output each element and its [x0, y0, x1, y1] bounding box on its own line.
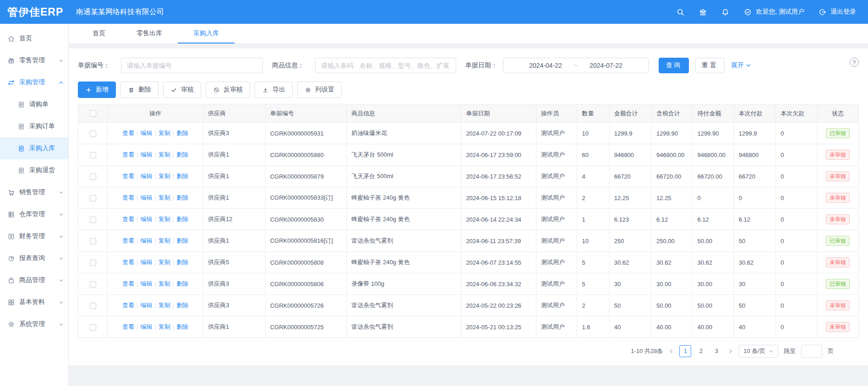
action-删除-link[interactable]: 删除	[176, 259, 188, 266]
action-复制-link[interactable]: 复制	[158, 237, 170, 244]
导出-button[interactable]: 导出	[255, 82, 293, 98]
action-查看-link[interactable]: 查看	[122, 194, 134, 201]
action-查看-link[interactable]: 查看	[122, 280, 134, 287]
date-start-value[interactable]: 2024-04-22	[529, 62, 562, 69]
page-size-select[interactable]: 10 条/页	[739, 345, 778, 358]
新增-button[interactable]: 新增	[78, 82, 116, 98]
goods-info-input[interactable]	[315, 58, 456, 73]
action-编辑-link[interactable]: 编辑	[140, 173, 152, 179]
action-查看-link[interactable]: 查看	[122, 130, 134, 136]
sidebar-item-采购管理[interactable]: 采购管理	[0, 71, 68, 93]
page-number-3[interactable]: 3	[710, 345, 722, 357]
action-删除-link[interactable]: 删除	[176, 323, 188, 330]
action-查看-link[interactable]: 查看	[122, 323, 134, 330]
search-icon[interactable]	[676, 8, 685, 16]
action-复制-link[interactable]: 复制	[158, 130, 170, 136]
sidebar-item-商品管理[interactable]: 商品管理	[0, 269, 68, 291]
row-checkbox-cell	[78, 273, 108, 295]
action-删除-link[interactable]: 删除	[176, 302, 188, 309]
action-复制-link[interactable]: 复制	[158, 280, 170, 287]
next-page-icon[interactable]	[728, 348, 733, 354]
sidebar-item-采购退货[interactable]: 采购退货	[0, 159, 68, 181]
sidebar-item-采购订单[interactable]: 采购订单	[0, 115, 68, 137]
row-checkbox[interactable]	[90, 174, 96, 180]
action-编辑-link[interactable]: 编辑	[140, 259, 152, 266]
action-删除-link[interactable]: 删除	[176, 130, 188, 136]
action-复制-link[interactable]: 复制	[158, 194, 170, 201]
action-查看-link[interactable]: 查看	[122, 237, 134, 244]
page-number-2[interactable]: 2	[695, 345, 707, 357]
page-tabbar: 首页零售出库采购入库	[69, 24, 868, 44]
page-size-value: 10 条/页	[743, 347, 765, 355]
prev-page-icon[interactable]	[668, 348, 674, 354]
jump-page-input[interactable]	[801, 345, 822, 358]
date-range-picker[interactable]: 2024-04-22 ~ 2024-07-22	[503, 58, 649, 73]
action-编辑-link[interactable]: 编辑	[140, 302, 152, 309]
action-查看-link[interactable]: 查看	[122, 259, 134, 266]
action-编辑-link[interactable]: 编辑	[140, 216, 152, 223]
sidebar-item-零售管理[interactable]: 零售管理	[0, 49, 68, 71]
action-复制-link[interactable]: 复制	[158, 323, 170, 330]
action-查看-link[interactable]: 查看	[122, 151, 134, 158]
sidebar-item-销售管理[interactable]: 销售管理	[0, 181, 68, 203]
sidebar-item-仓库管理[interactable]: 仓库管理	[0, 203, 68, 225]
sidebar-item-采购入库[interactable]: 采购入库	[0, 137, 68, 159]
action-复制-link[interactable]: 复制	[158, 216, 170, 223]
action-删除-link[interactable]: 删除	[176, 280, 188, 287]
select-all-checkbox[interactable]	[90, 110, 96, 117]
page-number-1[interactable]: 1	[679, 345, 691, 357]
sidebar-item-请购单[interactable]: 请购单	[0, 93, 68, 115]
action-删除-link[interactable]: 删除	[176, 237, 188, 244]
sidebar-item-基本资料[interactable]: 基本资料	[0, 291, 68, 313]
action-删除-link[interactable]: 删除	[176, 216, 188, 223]
row-checkbox[interactable]	[90, 303, 96, 309]
table-row: 查看|编辑|复制|删除供应商12CGRK00000005830蜂蜜柚子茶 240…	[78, 209, 859, 230]
action-查看-link[interactable]: 查看	[122, 302, 134, 309]
tab-采购入库[interactable]: 采购入库	[178, 24, 235, 43]
question-icon[interactable]: ?	[850, 58, 859, 67]
action-编辑-link[interactable]: 编辑	[140, 151, 152, 158]
row-checkbox[interactable]	[90, 324, 96, 331]
tab-首页[interactable]: 首页	[77, 24, 121, 43]
row-checkbox[interactable]	[90, 152, 96, 158]
action-复制-link[interactable]: 复制	[158, 259, 170, 266]
tab-零售出库[interactable]: 零售出库	[121, 24, 178, 43]
action-删除-link[interactable]: 删除	[176, 151, 188, 158]
action-编辑-link[interactable]: 编辑	[140, 194, 152, 201]
审核-button[interactable]: 审核	[163, 82, 201, 98]
reset-button[interactable]: 重置	[695, 58, 725, 73]
row-checkbox[interactable]	[90, 195, 96, 201]
action-删除-link[interactable]: 删除	[176, 173, 188, 179]
sidebar-item-财务管理[interactable]: 财务管理	[0, 225, 68, 247]
sidebar-item-系统管理[interactable]: 系统管理	[0, 313, 68, 335]
sidebar-item-首页[interactable]: 首页	[0, 27, 68, 49]
action-编辑-link[interactable]: 编辑	[140, 237, 152, 244]
bank-icon[interactable]	[699, 8, 707, 16]
action-复制-link[interactable]: 复制	[158, 173, 170, 179]
action-查看-link[interactable]: 查看	[122, 216, 134, 223]
action-编辑-link[interactable]: 编辑	[140, 280, 152, 287]
bill-no-input[interactable]	[121, 58, 263, 73]
列设置-button[interactable]: 列设置	[297, 82, 342, 98]
action-删除-link[interactable]: 删除	[176, 194, 188, 201]
search-button[interactable]: 查询	[659, 58, 689, 73]
user-welcome[interactable]: 欢迎您, 测试用户	[743, 8, 804, 16]
row-actions-cell: 查看|编辑|复制|删除	[108, 230, 203, 252]
删除-button[interactable]: 删除	[120, 82, 158, 98]
action-编辑-link[interactable]: 编辑	[140, 323, 152, 330]
row-checkbox[interactable]	[90, 217, 96, 223]
action-复制-link[interactable]: 复制	[158, 302, 170, 309]
date-end-value[interactable]: 2024-07-22	[590, 62, 622, 69]
row-checkbox[interactable]	[90, 238, 96, 245]
反审核-button[interactable]: 反审核	[206, 82, 250, 98]
bell-icon[interactable]	[721, 8, 730, 16]
row-checkbox[interactable]	[90, 281, 96, 288]
logout-button[interactable]: 退出登录	[818, 8, 856, 16]
action-编辑-link[interactable]: 编辑	[140, 130, 152, 136]
row-checkbox[interactable]	[90, 260, 96, 266]
sidebar-item-报表查询[interactable]: 报表查询	[0, 247, 68, 269]
row-checkbox[interactable]	[90, 130, 96, 137]
expand-link[interactable]: 展开	[731, 61, 751, 70]
action-查看-link[interactable]: 查看	[122, 173, 134, 179]
action-复制-link[interactable]: 复制	[158, 151, 170, 158]
